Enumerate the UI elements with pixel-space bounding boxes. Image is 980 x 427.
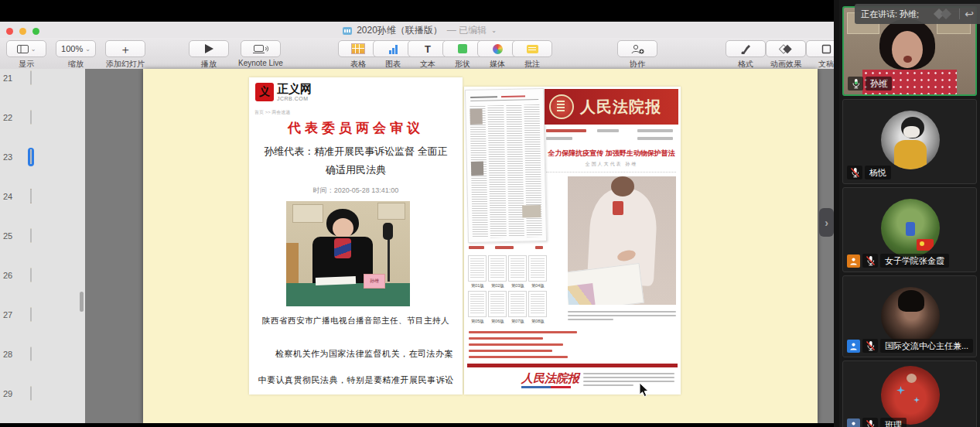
view-button[interactable]: ⌄ 显示 <box>6 40 46 70</box>
format-button[interactable]: 格式 <box>730 40 761 70</box>
media-icon <box>493 44 503 54</box>
slide-number: 24 <box>3 192 22 201</box>
slide-thumbnail[interactable] <box>30 347 32 361</box>
document-title: 2020孙维（联播版） <box>357 24 442 37</box>
slide-thumbnail-row[interactable]: 24 <box>0 176 85 216</box>
panel-divider <box>834 0 839 427</box>
slide-number: 29 <box>3 389 22 398</box>
role-badge-icon <box>847 254 860 268</box>
page-thumbnail[interactable]: 第05版 <box>468 291 487 325</box>
photo-caption-lines <box>568 311 676 323</box>
collaborate-button[interactable]: 协作 <box>617 40 657 70</box>
participant-name: 孙维 <box>866 77 892 91</box>
zoom-window-button[interactable] <box>32 28 39 35</box>
participant-label: 杨悦 <box>847 166 891 179</box>
slide-thumbnail-row[interactable]: 23 <box>0 137 85 176</box>
add-slide-button[interactable]: ＋ 添加幻灯片 <box>105 40 145 70</box>
slide-thumbnail-row[interactable]: 28 <box>0 334 85 374</box>
red-divider <box>467 364 678 367</box>
slide-thumbnail[interactable] <box>30 189 32 203</box>
participant-name: 杨悦 <box>865 166 891 179</box>
window-title-row: 2020孙维（联播版） — 已编辑 ⌄ <box>0 24 839 37</box>
participant-label: 国际交流中心主任兼... <box>847 339 973 353</box>
slide-thumbnail[interactable] <box>30 386 32 401</box>
view-icon <box>17 45 29 53</box>
page-thumbnail-image <box>508 255 527 282</box>
court-emblem-icon <box>549 94 574 119</box>
mic-muted-icon <box>862 254 878 268</box>
zoom-level-button[interactable]: 100%⌄ 缩放 <box>56 40 96 70</box>
slide-thumbnail[interactable] <box>30 149 32 164</box>
slide-thumbnail-row[interactable]: 26 <box>0 255 85 295</box>
page-thumbnail[interactable]: 第02版 <box>488 255 507 289</box>
slide-thumbnail-row[interactable]: 22 <box>0 97 85 137</box>
mic-muted-icon <box>862 418 878 427</box>
collaborate-icon <box>630 44 644 54</box>
animate-icon <box>779 44 793 54</box>
page-thumbnail[interactable]: 第01版 <box>468 255 487 289</box>
page-thumbnail-image <box>468 291 487 317</box>
footer-logo: 人民法院报 <box>521 371 579 386</box>
page-thumbnail[interactable]: 第08版 <box>528 291 547 325</box>
insert-media-button[interactable]: 媒体 <box>482 40 513 70</box>
insert-text-button[interactable]: T 文本 <box>412 40 443 70</box>
page-thumbnail-label: 第08版 <box>531 318 545 324</box>
slide-thumbnail[interactable] <box>30 268 32 282</box>
slide-thumbnail-row[interactable]: 27 <box>0 295 85 334</box>
slide-number: 26 <box>3 271 22 280</box>
participant-tile[interactable]: 女子学院张金霞 <box>842 187 977 272</box>
slide-thumbnail[interactable] <box>30 228 32 243</box>
slide-thumbnail[interactable] <box>30 110 32 125</box>
format-brush-icon <box>740 43 752 54</box>
participant-tile[interactable]: 杨悦 <box>842 99 977 184</box>
jcrb-photo: 孙维 <box>286 201 410 306</box>
mic-muted-icon <box>847 166 862 179</box>
insert-shape-button[interactable]: 形状 <box>447 40 478 70</box>
slide-thumbnail[interactable] <box>30 70 32 85</box>
document-edited-status: — 已编辑 <box>447 24 487 37</box>
jcrb-section-title: 代表委员两会审议 <box>249 119 463 137</box>
speaking-indicator-bar: 正在讲话: 孙维; ↩ <box>855 4 980 24</box>
title-dropdown-icon[interactable]: ⌄ <box>491 27 497 34</box>
page-thumbnail-label: 第07版 <box>511 318 524 324</box>
jcrb-breadcrumb: 首页 >> 两会速递 <box>254 109 290 116</box>
participant-label: 孙维 <box>848 77 892 91</box>
related-links-list <box>469 331 592 362</box>
participant-tile[interactable]: 国际交流中心主任兼... <box>842 275 977 357</box>
minimize-window-button[interactable] <box>19 28 26 35</box>
slide-number: 23 <box>3 152 22 162</box>
page-thumbnail-label: 第04版 <box>531 282 545 289</box>
insert-table-button[interactable]: 表格 <box>343 40 374 70</box>
animate-button[interactable]: 动画效果 <box>767 40 804 70</box>
jcrb-article-image: 义 正义网 JCRB.COM 首页 >> 两会速递 代表委员两会审议 孙维代表：… <box>249 77 463 395</box>
back-arrow-icon[interactable]: ↩ <box>965 9 974 19</box>
newspaper-page-image <box>465 88 547 243</box>
court-daily-masthead: 人民法院报 <box>545 89 678 125</box>
participant-label: 班理 <box>847 418 907 427</box>
insert-comment-button[interactable]: 批注 <box>517 40 548 70</box>
slide-thumbnail-row[interactable]: 29 <box>0 374 85 413</box>
page-thumbnail[interactable]: 第04版 <box>528 255 547 289</box>
page-thumbnail[interactable]: 第07版 <box>508 291 527 325</box>
comment-icon <box>527 45 538 53</box>
slide-thumbnail[interactable] <box>30 307 32 322</box>
play-button[interactable]: 播放 <box>189 40 229 70</box>
jcrb-headline: 孙维代表：精准开展民事诉讼监督 全面正确适用民法典 <box>260 142 452 179</box>
role-badge-icon <box>847 340 860 353</box>
participant-label: 女子学院张金霞 <box>847 254 949 268</box>
court-daily-byline: 全国人大代表 孙维 <box>545 161 678 168</box>
name-card: 孙维 <box>364 274 385 289</box>
slide-thumbnail-row[interactable]: 25 <box>0 216 85 255</box>
participant-tile[interactable]: 班理 <box>842 360 977 427</box>
page-thumbnail[interactable]: 第06版 <box>488 291 507 325</box>
jcrb-paragraph-2: 中要认真贯彻民法典，特别是要精准开展民事诉讼 <box>254 374 458 386</box>
page-thumbnail[interactable]: 第03版 <box>508 255 527 289</box>
collapse-panel-handle[interactable]: › <box>819 208 834 237</box>
insert-chart-button[interactable]: 图表 <box>377 40 408 70</box>
close-window-button[interactable] <box>6 28 13 35</box>
slide-thumbnail-row[interactable] <box>0 413 85 423</box>
keynote-live-button[interactable]: Keynote Live <box>238 40 283 70</box>
navigator-scrollbar[interactable] <box>80 292 84 312</box>
page-thumbnail-image <box>508 291 527 317</box>
slide-thumbnail-row[interactable]: 21 <box>0 69 85 97</box>
